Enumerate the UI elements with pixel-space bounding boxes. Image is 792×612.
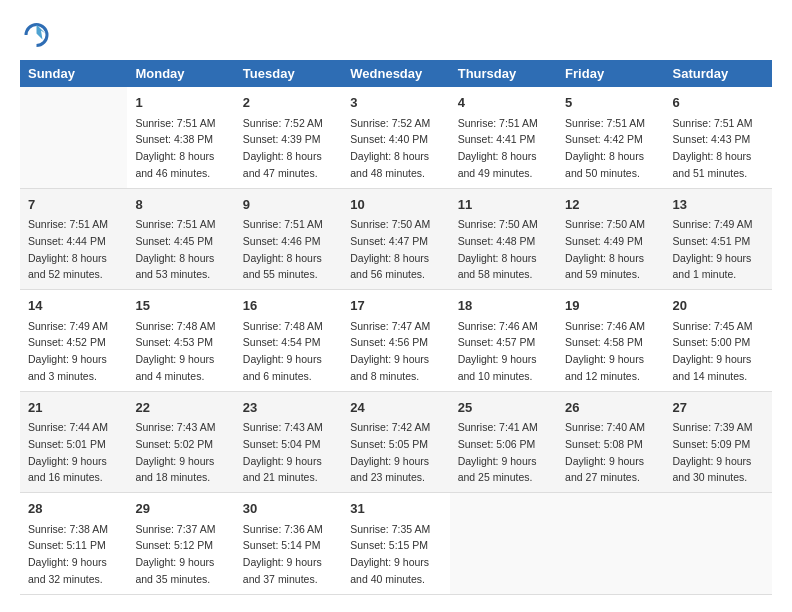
calendar-week-row: 28Sunrise: 7:38 AM Sunset: 5:11 PM Dayli… bbox=[20, 493, 772, 595]
day-info: Sunrise: 7:38 AM Sunset: 5:11 PM Dayligh… bbox=[28, 523, 108, 585]
day-number: 12 bbox=[565, 195, 656, 215]
day-number: 6 bbox=[673, 93, 764, 113]
day-number: 2 bbox=[243, 93, 334, 113]
day-number: 15 bbox=[135, 296, 226, 316]
calendar-cell: 20Sunrise: 7:45 AM Sunset: 5:00 PM Dayli… bbox=[665, 290, 772, 392]
day-info: Sunrise: 7:50 AM Sunset: 4:48 PM Dayligh… bbox=[458, 218, 538, 280]
day-number: 22 bbox=[135, 398, 226, 418]
day-number: 28 bbox=[28, 499, 119, 519]
calendar-cell: 19Sunrise: 7:46 AM Sunset: 4:58 PM Dayli… bbox=[557, 290, 664, 392]
day-number: 25 bbox=[458, 398, 549, 418]
day-info: Sunrise: 7:51 AM Sunset: 4:42 PM Dayligh… bbox=[565, 117, 645, 179]
day-number: 19 bbox=[565, 296, 656, 316]
day-number: 16 bbox=[243, 296, 334, 316]
calendar-cell: 16Sunrise: 7:48 AM Sunset: 4:54 PM Dayli… bbox=[235, 290, 342, 392]
day-number: 31 bbox=[350, 499, 441, 519]
weekday-header-monday: Monday bbox=[127, 60, 234, 87]
day-number: 24 bbox=[350, 398, 441, 418]
calendar-cell: 5Sunrise: 7:51 AM Sunset: 4:42 PM Daylig… bbox=[557, 87, 664, 188]
calendar-cell: 29Sunrise: 7:37 AM Sunset: 5:12 PM Dayli… bbox=[127, 493, 234, 595]
day-number: 4 bbox=[458, 93, 549, 113]
weekday-header-wednesday: Wednesday bbox=[342, 60, 449, 87]
day-number: 26 bbox=[565, 398, 656, 418]
day-number: 23 bbox=[243, 398, 334, 418]
day-info: Sunrise: 7:51 AM Sunset: 4:44 PM Dayligh… bbox=[28, 218, 108, 280]
day-info: Sunrise: 7:46 AM Sunset: 4:58 PM Dayligh… bbox=[565, 320, 645, 382]
day-info: Sunrise: 7:51 AM Sunset: 4:43 PM Dayligh… bbox=[673, 117, 753, 179]
calendar-cell: 4Sunrise: 7:51 AM Sunset: 4:41 PM Daylig… bbox=[450, 87, 557, 188]
weekday-header-thursday: Thursday bbox=[450, 60, 557, 87]
calendar-week-row: 7Sunrise: 7:51 AM Sunset: 4:44 PM Daylig… bbox=[20, 188, 772, 290]
day-info: Sunrise: 7:49 AM Sunset: 4:52 PM Dayligh… bbox=[28, 320, 108, 382]
day-number: 13 bbox=[673, 195, 764, 215]
day-number: 18 bbox=[458, 296, 549, 316]
day-info: Sunrise: 7:47 AM Sunset: 4:56 PM Dayligh… bbox=[350, 320, 430, 382]
day-number: 29 bbox=[135, 499, 226, 519]
day-info: Sunrise: 7:37 AM Sunset: 5:12 PM Dayligh… bbox=[135, 523, 215, 585]
weekday-header-saturday: Saturday bbox=[665, 60, 772, 87]
calendar-cell: 3Sunrise: 7:52 AM Sunset: 4:40 PM Daylig… bbox=[342, 87, 449, 188]
calendar-cell: 1Sunrise: 7:51 AM Sunset: 4:38 PM Daylig… bbox=[127, 87, 234, 188]
day-number: 1 bbox=[135, 93, 226, 113]
calendar-cell bbox=[20, 87, 127, 188]
calendar-cell: 2Sunrise: 7:52 AM Sunset: 4:39 PM Daylig… bbox=[235, 87, 342, 188]
day-number: 7 bbox=[28, 195, 119, 215]
calendar-cell: 12Sunrise: 7:50 AM Sunset: 4:49 PM Dayli… bbox=[557, 188, 664, 290]
calendar-cell: 28Sunrise: 7:38 AM Sunset: 5:11 PM Dayli… bbox=[20, 493, 127, 595]
day-info: Sunrise: 7:40 AM Sunset: 5:08 PM Dayligh… bbox=[565, 421, 645, 483]
day-number: 5 bbox=[565, 93, 656, 113]
day-number: 8 bbox=[135, 195, 226, 215]
day-info: Sunrise: 7:42 AM Sunset: 5:05 PM Dayligh… bbox=[350, 421, 430, 483]
weekday-header-row: SundayMondayTuesdayWednesdayThursdayFrid… bbox=[20, 60, 772, 87]
day-number: 20 bbox=[673, 296, 764, 316]
calendar-week-row: 14Sunrise: 7:49 AM Sunset: 4:52 PM Dayli… bbox=[20, 290, 772, 392]
day-info: Sunrise: 7:51 AM Sunset: 4:41 PM Dayligh… bbox=[458, 117, 538, 179]
calendar-cell: 31Sunrise: 7:35 AM Sunset: 5:15 PM Dayli… bbox=[342, 493, 449, 595]
calendar-cell bbox=[450, 493, 557, 595]
day-info: Sunrise: 7:48 AM Sunset: 4:54 PM Dayligh… bbox=[243, 320, 323, 382]
weekday-header-friday: Friday bbox=[557, 60, 664, 87]
calendar-cell: 24Sunrise: 7:42 AM Sunset: 5:05 PM Dayli… bbox=[342, 391, 449, 493]
weekday-header-sunday: Sunday bbox=[20, 60, 127, 87]
day-info: Sunrise: 7:50 AM Sunset: 4:49 PM Dayligh… bbox=[565, 218, 645, 280]
calendar-cell: 18Sunrise: 7:46 AM Sunset: 4:57 PM Dayli… bbox=[450, 290, 557, 392]
day-info: Sunrise: 7:51 AM Sunset: 4:46 PM Dayligh… bbox=[243, 218, 323, 280]
day-info: Sunrise: 7:45 AM Sunset: 5:00 PM Dayligh… bbox=[673, 320, 753, 382]
calendar-cell: 8Sunrise: 7:51 AM Sunset: 4:45 PM Daylig… bbox=[127, 188, 234, 290]
calendar-cell: 27Sunrise: 7:39 AM Sunset: 5:09 PM Dayli… bbox=[665, 391, 772, 493]
day-number: 11 bbox=[458, 195, 549, 215]
calendar-cell: 13Sunrise: 7:49 AM Sunset: 4:51 PM Dayli… bbox=[665, 188, 772, 290]
day-info: Sunrise: 7:48 AM Sunset: 4:53 PM Dayligh… bbox=[135, 320, 215, 382]
day-info: Sunrise: 7:50 AM Sunset: 4:47 PM Dayligh… bbox=[350, 218, 430, 280]
calendar-cell: 25Sunrise: 7:41 AM Sunset: 5:06 PM Dayli… bbox=[450, 391, 557, 493]
day-info: Sunrise: 7:43 AM Sunset: 5:02 PM Dayligh… bbox=[135, 421, 215, 483]
day-info: Sunrise: 7:49 AM Sunset: 4:51 PM Dayligh… bbox=[673, 218, 753, 280]
calendar-cell: 21Sunrise: 7:44 AM Sunset: 5:01 PM Dayli… bbox=[20, 391, 127, 493]
calendar-cell: 14Sunrise: 7:49 AM Sunset: 4:52 PM Dayli… bbox=[20, 290, 127, 392]
day-info: Sunrise: 7:44 AM Sunset: 5:01 PM Dayligh… bbox=[28, 421, 108, 483]
calendar-cell: 6Sunrise: 7:51 AM Sunset: 4:43 PM Daylig… bbox=[665, 87, 772, 188]
calendar-cell bbox=[557, 493, 664, 595]
calendar-cell: 17Sunrise: 7:47 AM Sunset: 4:56 PM Dayli… bbox=[342, 290, 449, 392]
calendar-cell: 9Sunrise: 7:51 AM Sunset: 4:46 PM Daylig… bbox=[235, 188, 342, 290]
calendar-cell: 30Sunrise: 7:36 AM Sunset: 5:14 PM Dayli… bbox=[235, 493, 342, 595]
day-number: 17 bbox=[350, 296, 441, 316]
logo bbox=[20, 20, 54, 50]
day-info: Sunrise: 7:46 AM Sunset: 4:57 PM Dayligh… bbox=[458, 320, 538, 382]
day-info: Sunrise: 7:51 AM Sunset: 4:38 PM Dayligh… bbox=[135, 117, 215, 179]
page-header bbox=[20, 20, 772, 50]
day-info: Sunrise: 7:39 AM Sunset: 5:09 PM Dayligh… bbox=[673, 421, 753, 483]
day-info: Sunrise: 7:35 AM Sunset: 5:15 PM Dayligh… bbox=[350, 523, 430, 585]
day-number: 3 bbox=[350, 93, 441, 113]
calendar-cell: 26Sunrise: 7:40 AM Sunset: 5:08 PM Dayli… bbox=[557, 391, 664, 493]
day-number: 21 bbox=[28, 398, 119, 418]
calendar-week-row: 1Sunrise: 7:51 AM Sunset: 4:38 PM Daylig… bbox=[20, 87, 772, 188]
calendar-table: SundayMondayTuesdayWednesdayThursdayFrid… bbox=[20, 60, 772, 595]
day-info: Sunrise: 7:51 AM Sunset: 4:45 PM Dayligh… bbox=[135, 218, 215, 280]
calendar-cell: 22Sunrise: 7:43 AM Sunset: 5:02 PM Dayli… bbox=[127, 391, 234, 493]
day-info: Sunrise: 7:52 AM Sunset: 4:39 PM Dayligh… bbox=[243, 117, 323, 179]
day-info: Sunrise: 7:43 AM Sunset: 5:04 PM Dayligh… bbox=[243, 421, 323, 483]
calendar-cell: 10Sunrise: 7:50 AM Sunset: 4:47 PM Dayli… bbox=[342, 188, 449, 290]
weekday-header-tuesday: Tuesday bbox=[235, 60, 342, 87]
day-info: Sunrise: 7:36 AM Sunset: 5:14 PM Dayligh… bbox=[243, 523, 323, 585]
